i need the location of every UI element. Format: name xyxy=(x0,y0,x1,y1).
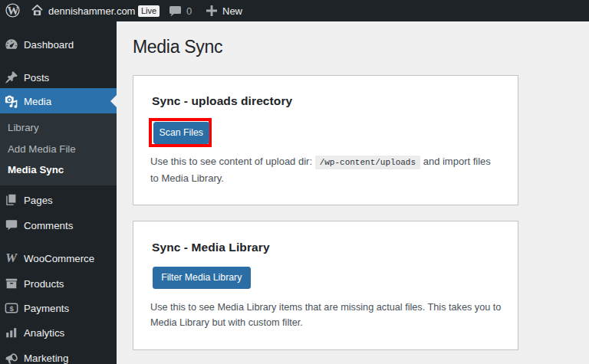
svg-text:$: $ xyxy=(9,304,14,313)
svg-text:W: W xyxy=(7,4,18,17)
